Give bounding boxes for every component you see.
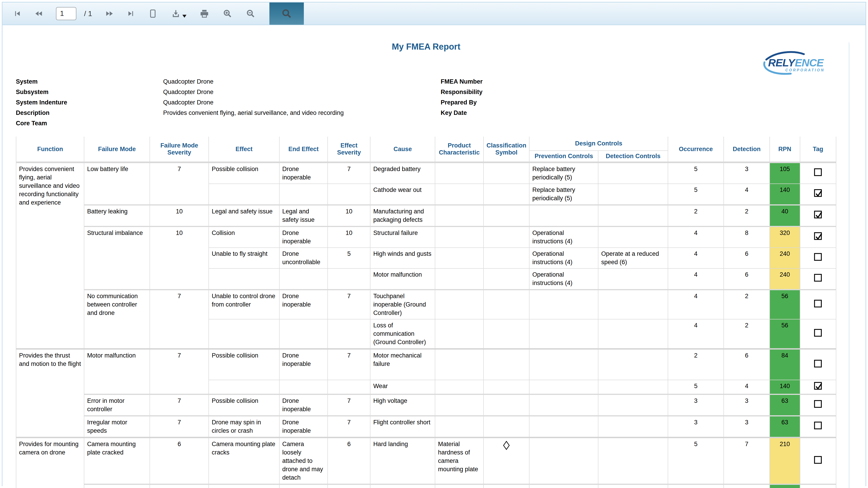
cell-fm_severity: 7 [150,416,209,438]
cell-detection_ctrl [598,380,668,394]
cell-prod_char [435,269,484,290]
viewer-frame: / 1 [2,2,866,486]
first-page-icon [13,9,22,18]
cell-cause: Improperly designed camera mounting plat… [370,484,435,488]
info-line: Subsystem Quadcopter Drone Responsibilit… [16,88,836,96]
cell-eff_severity: 5 [328,248,370,269]
cell-detection: 4 [724,184,770,205]
cell-class_sym [484,484,529,488]
table-row: Battery leaking10Legal and safety issueL… [16,205,836,226]
header-classification-symbol: Classification Symbol [484,136,529,162]
cell-occurrence: 5 [668,380,724,394]
cell-detection: 7 [724,437,770,484]
tag-checkbox-checked[interactable] [814,211,822,218]
cell-detection: 5 [724,484,770,488]
cell-rpn: 320 [770,226,800,248]
relyence-logo: RELYENCE CORPORATION [758,51,829,78]
cell-effect: Collision [209,226,279,248]
cell-tag [800,269,836,290]
cell-prod_char [435,380,484,394]
cell-prevention [529,437,598,484]
cell-occurrence: 4 [668,319,724,349]
tag-checkbox[interactable] [814,168,822,176]
cell-class_sym [484,162,529,184]
cell-failure_mode: Irregular motor speeds [84,416,150,438]
tag-checkbox[interactable] [814,274,822,282]
header-tag: Tag [800,136,836,162]
cell-class_sym [484,184,529,205]
table-row: Structural imbalance10CollisionDrone ino… [16,226,836,248]
tag-checkbox[interactable] [814,253,822,261]
cell-detection_ctrl [598,319,668,349]
next-page-button[interactable] [105,2,114,25]
fmea-table: Function Failure Mode Failure Mode Sever… [16,136,836,488]
cell-detection: 3 [724,394,770,416]
page-number-input[interactable] [56,7,76,20]
cell-prevention: Operational instructions (4) [529,226,598,248]
tag-checkbox-checked[interactable] [814,189,822,197]
first-page-button[interactable] [13,2,22,25]
tag-checkbox-checked[interactable] [814,232,822,240]
tag-checkbox[interactable] [814,329,822,337]
print-icon [199,8,210,19]
tag-checkbox[interactable] [814,300,822,307]
cell-failure_mode: Battery leaking [84,205,150,226]
cell-eff_severity: 7 [328,394,370,416]
header-detection-controls: Detection Controls [598,151,668,162]
header-design-controls: Design Controls [529,136,668,151]
cell-prevention: Operational instructions (4) [529,248,598,269]
cell-effect: Camera cannot be mounted on drone for vi… [209,484,279,488]
cell-detection_ctrl [598,416,668,438]
cell-prevention [529,205,598,226]
cell-end_effect: Drone inoperable [279,162,328,184]
export-dropdown-caret-icon[interactable] [182,15,186,18]
page-view-button[interactable] [148,2,158,25]
header-failure-mode-severity: Failure Mode Severity [150,136,209,162]
info-label: Subsystem [16,88,163,96]
previous-page-button[interactable] [34,2,43,25]
cell-end_effect [279,269,328,290]
cell-tag [800,248,836,269]
cell-class_sym [484,226,529,248]
cell-fm_severity: 7 [150,349,209,394]
tag-checkbox[interactable] [814,360,822,367]
cell-cause: Touchpanel inoperable (Ground Controller… [370,290,435,319]
tag-checkbox-checked[interactable] [814,382,822,390]
cell-cause: Hard landing [370,437,435,484]
cell-cause: High winds and gusts [370,248,435,269]
last-page-icon [127,9,135,18]
cell-rpn: 63 [770,394,800,416]
cell-failure_mode: Low battery life [84,162,150,205]
cell-detection: 2 [724,319,770,349]
cell-failure_mode: Mounting holes not found at 4 corners of… [84,484,150,488]
cell-fm_severity: 7 [150,290,209,349]
export-button[interactable] [170,8,181,19]
tag-checkbox[interactable] [814,400,822,408]
cell-failure_mode: Error in motor controller [84,394,150,416]
cell-rpn: 63 [770,416,800,438]
zoom-in-button[interactable] [222,2,233,25]
search-button[interactable] [269,2,304,25]
cell-class_sym [484,394,529,416]
cell-effect: Possible collision [209,394,279,416]
cell-class_sym [484,290,529,319]
cell-prevention: Operational instructions (4) [529,269,598,290]
info-line: Description Provides convenient flying, … [16,109,836,117]
fmea-table-header: Function Failure Mode Failure Mode Sever… [16,136,836,162]
cell-eff_severity [328,380,370,394]
cell-eff_severity: 10 [328,205,370,226]
table-row: Provides for mounting camera on droneCam… [16,437,836,484]
cell-occurrence: 3 [668,416,724,438]
cell-prod_char: Material hardness of camera mounting pla… [435,437,484,484]
tag-checkbox[interactable] [814,422,822,429]
last-page-button[interactable] [127,2,135,25]
tag-checkbox[interactable] [814,456,822,464]
cell-fm_severity: 10 [150,205,209,226]
cell-effect: Possible collision [209,162,279,184]
cell-end_effect: Drone inoperable [279,349,328,380]
cell-class_sym [484,205,529,226]
print-button[interactable] [199,2,210,25]
zoom-out-button[interactable] [245,2,256,25]
cell-end_effect [279,319,328,349]
export-download-icon [170,8,181,19]
